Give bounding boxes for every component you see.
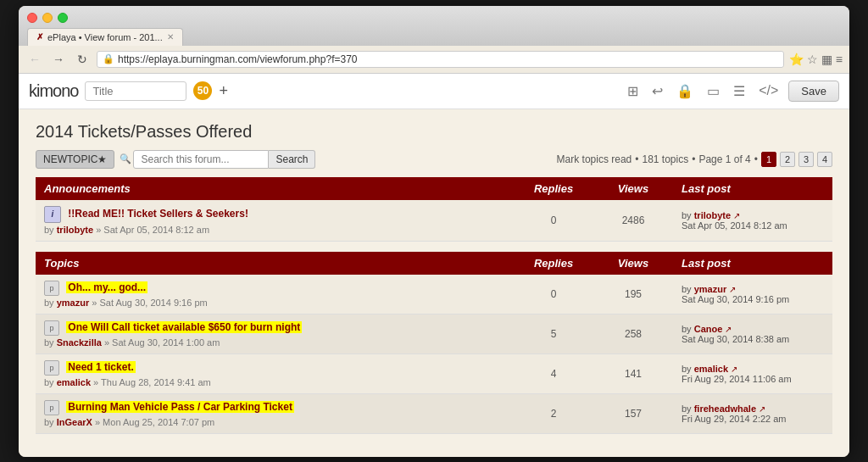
- announcement-title-link[interactable]: !!Read ME!! Ticket Sellers & Seekers!: [68, 208, 248, 220]
- topic-icon: p: [44, 360, 59, 376]
- topic-row: p One Will Call ticket available $650 fo…: [36, 314, 832, 353]
- kimono-count-badge: 50: [193, 81, 212, 100]
- topics-col-lastpost: Last post: [673, 252, 832, 275]
- forward-button[interactable]: →: [49, 50, 68, 69]
- topic-views: 157: [593, 393, 673, 433]
- save-button[interactable]: Save: [788, 81, 839, 102]
- announcement-lastpost: by trilobyte ↗ Sat Apr 05, 2014 8:12 am: [673, 200, 832, 242]
- topic-views: 258: [593, 314, 673, 353]
- mark-read-link[interactable]: Mark topics read: [557, 153, 632, 165]
- topic-meta: by emalick » Thu Aug 28, 2014 9:41 am: [44, 377, 505, 387]
- back-button[interactable]: ←: [25, 50, 44, 69]
- kimono-logo: kimono: [29, 81, 78, 101]
- topics-col-views: Views: [593, 252, 673, 275]
- announcement-replies: 0: [514, 200, 593, 242]
- search-forum-input[interactable]: [133, 150, 269, 169]
- announcements-section-label: Announcements: [36, 177, 514, 200]
- topic-lastpost-author[interactable]: emalick: [694, 364, 728, 374]
- kimono-monitor-icon[interactable]: ▭: [704, 81, 723, 101]
- topic-meta: by InGearX » Mon Aug 25, 2014 7:07 pm: [44, 417, 505, 427]
- topic-row: p Oh... my... god... by ymazur » Sat Aug…: [36, 275, 832, 314]
- page-link-3[interactable]: 3: [798, 152, 814, 167]
- topic-cell: p Oh... my... god... by ymazur » Sat Aug…: [36, 275, 514, 314]
- topic-author-link[interactable]: Snackzilla: [57, 337, 102, 348]
- address-bar[interactable]: 🔒 https://eplaya.burningman.com/viewforu…: [97, 51, 784, 68]
- browser-window: ✗ ePlaya • View forum - 201... ✕ ← → ↻ 🔒…: [19, 6, 849, 457]
- star-icon[interactable]: ☆: [807, 53, 818, 66]
- announcement-icon: i: [44, 206, 61, 223]
- tab-favicon-icon: ✗: [36, 32, 43, 42]
- announcement-topic-cell: i !!Read ME!! Ticket Sellers & Seekers! …: [36, 200, 514, 242]
- close-button[interactable]: [27, 13, 37, 23]
- topic-title-link[interactable]: Need 1 ticket.: [66, 361, 135, 373]
- topic-row: p Need 1 ticket. by emalick » Thu Aug 28…: [36, 353, 832, 393]
- forum-content: 2014 Tickets/Passes Offered NEWTOPIC★ 🔍 …: [19, 109, 849, 457]
- tab-close-icon[interactable]: ✕: [167, 32, 174, 42]
- topic-row: p Burning Man Vehicle Pass / Car Parking…: [36, 393, 832, 433]
- topic-title-link[interactable]: Oh... my... god...: [66, 281, 147, 293]
- kimono-grid-icon[interactable]: ⊞: [624, 81, 642, 101]
- topic-title-link[interactable]: Burning Man Vehicle Pass / Car Parking T…: [66, 401, 294, 413]
- topic-cell: p Need 1 ticket. by emalick » Thu Aug 28…: [36, 353, 514, 393]
- nav-bar: ← → ↻ 🔒 https://eplaya.burningman.com/vi…: [19, 46, 849, 74]
- topic-replies: 2: [514, 393, 593, 433]
- topic-replies: 0: [514, 275, 593, 314]
- topic-author-link[interactable]: emalick: [57, 377, 91, 387]
- announcements-header-row: Announcements Replies Views Last post: [36, 177, 832, 200]
- forum-toolbar: NEWTOPIC★ 🔍 Search Mark topics read • 18…: [36, 150, 832, 169]
- page-info: Page 1 of 4: [698, 153, 750, 165]
- kimono-list-icon[interactable]: ☰: [730, 81, 748, 101]
- topic-author-link[interactable]: InGearX: [57, 417, 92, 427]
- page-link-2[interactable]: 2: [780, 152, 795, 167]
- topic-meta: by Snackzilla » Sat Aug 30, 2014 1:00 am: [44, 337, 505, 348]
- search-button[interactable]: Search: [269, 150, 315, 169]
- toolbar-right: Mark topics read • 181 topics • Page 1 o…: [557, 152, 832, 167]
- topic-lastpost: by ymazur ↗ Sat Aug 30, 2014 9:16 pm: [673, 275, 832, 314]
- page-link-4[interactable]: 4: [817, 152, 832, 167]
- tab-title: ePlaya • View forum - 201...: [47, 32, 163, 42]
- announcement-views: 2486: [593, 200, 673, 242]
- topic-cell: p One Will Call ticket available $650 fo…: [36, 314, 514, 353]
- topic-lastpost-author[interactable]: ymazur: [694, 284, 727, 294]
- topics-table: Topics Replies Views Last post p Oh... m…: [36, 252, 832, 434]
- announcement-lastpost-author[interactable]: trilobyte: [694, 210, 731, 220]
- topic-lastpost-author[interactable]: Canoe: [694, 324, 723, 334]
- topic-lastpost-author[interactable]: fireheadwhale: [694, 404, 756, 414]
- ssl-icon: 🔒: [103, 53, 114, 64]
- app-icon[interactable]: ▦: [821, 53, 832, 66]
- kimono-code-icon[interactable]: </>: [755, 81, 782, 100]
- nav-actions: ⭐ ☆ ▦ ≡: [789, 53, 843, 66]
- kimono-actions: ⊞ ↩ 🔒 ▭ ☰ </> Save: [624, 81, 839, 102]
- bookmark-icon[interactable]: ⭐: [789, 53, 804, 66]
- separator2: •: [692, 153, 695, 165]
- separator: •: [635, 153, 638, 165]
- new-topic-button[interactable]: NEWTOPIC★: [36, 150, 114, 169]
- topics-col-replies: Replies: [514, 252, 593, 275]
- menu-icon[interactable]: ≡: [836, 53, 843, 66]
- kimono-title-input[interactable]: [85, 81, 186, 101]
- topic-icon: p: [44, 400, 59, 415]
- announcement-meta: by trilobyte » Sat Apr 05, 2014 8:12 am: [44, 225, 505, 235]
- kimono-add-button[interactable]: +: [219, 82, 228, 100]
- kimono-undo-icon[interactable]: ↩: [648, 81, 666, 101]
- topic-icon: p: [44, 320, 59, 336]
- minimize-button[interactable]: [42, 13, 53, 23]
- refresh-button[interactable]: ↻: [73, 50, 92, 69]
- topic-author-link[interactable]: ymazur: [57, 298, 90, 308]
- browser-tab[interactable]: ✗ ePlaya • View forum - 201... ✕: [27, 28, 183, 46]
- page-link-1[interactable]: 1: [761, 152, 776, 167]
- announcements-col-replies: Replies: [514, 177, 593, 200]
- topic-lastpost: by fireheadwhale ↗ Fri Aug 29, 2014 2:22…: [673, 393, 832, 433]
- forum-title: 2014 Tickets/Passes Offered: [36, 122, 832, 142]
- topic-lastpost: by emalick ↗ Fri Aug 29, 2014 11:06 am: [673, 353, 832, 393]
- topic-views: 195: [593, 275, 673, 314]
- topic-title-link[interactable]: One Will Call ticket available $650 for …: [66, 321, 302, 333]
- kimono-lock-icon[interactable]: 🔒: [673, 81, 697, 101]
- maximize-button[interactable]: [58, 13, 68, 23]
- announcements-col-lastpost: Last post: [673, 177, 832, 200]
- announcement-author-link[interactable]: trilobyte: [57, 225, 93, 235]
- topic-replies: 4: [514, 353, 593, 393]
- toolbar-left: NEWTOPIC★ 🔍 Search: [36, 150, 315, 169]
- window-controls: [27, 13, 68, 23]
- announcements-table: Announcements Replies Views Last post i …: [36, 177, 832, 242]
